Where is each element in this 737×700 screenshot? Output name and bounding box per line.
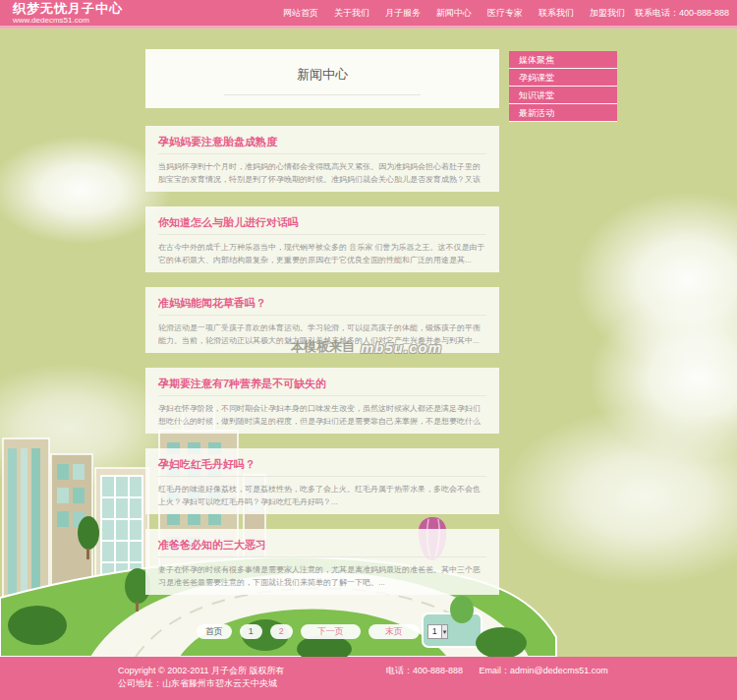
page-select[interactable]: 1 ▾: [427, 624, 449, 639]
nav-item-home[interactable]: 网站首页: [283, 7, 318, 20]
news-item-excerpt: 在古今中外的成千上万种乐器当中，现代钢琴被众多的 音乐家 们誉为乐器之王。这不仅…: [158, 241, 486, 266]
site-logo[interactable]: 织梦无忧月子中心 www.dedecms51.com: [13, 2, 123, 25]
pagination-page-1[interactable]: 1: [240, 624, 262, 639]
news-item: 孕妈妈要注意胎盘成熟度 当妈妈怀孕到十个月时，准妈妈的心情都会变得既高兴又紧张。…: [145, 126, 499, 192]
page-title: 新闻中心: [145, 66, 499, 84]
chevron-down-icon: ▾: [441, 625, 448, 638]
news-item: 准爸爸必知的三大恶习 妻子在怀孕的时候有很多事情是需要家人注意的，尤其是离准妈妈…: [145, 529, 499, 595]
sidebar-item-knowledge[interactable]: 知识讲堂: [509, 87, 617, 104]
news-item-title[interactable]: 准爸爸必知的三大恶习: [158, 539, 486, 551]
main-nav: 网站首页 关于我们 月子服务 新闻中心 医疗专家 联系我们 加盟我们: [283, 0, 625, 26]
news-item-divider: [158, 395, 486, 396]
nav-item-experts[interactable]: 医疗专家: [487, 7, 523, 20]
pagination: 首页 1 2 下一页 末页 1 ▾: [145, 622, 499, 640]
nav-item-join[interactable]: 加盟我们: [590, 7, 625, 20]
page-select-value: 1: [428, 626, 441, 637]
watermark-logo: mb5u.com: [361, 339, 442, 356]
site-logo-url: www.dedecms51.com: [13, 16, 123, 25]
nav-item-services[interactable]: 月子服务: [385, 7, 421, 20]
watermark-text: 本模板来自: [291, 338, 355, 356]
footer-copyright: Copyright © 2002-2011 月子会所 版权所有: [118, 665, 285, 677]
news-item-divider: [158, 476, 486, 477]
footer-address: 公司地址：山东省滕州市碧水云天中央城: [118, 677, 285, 690]
pagination-page-2[interactable]: 2: [270, 624, 293, 639]
sidebar-item-mom-class[interactable]: 孕妈课堂: [509, 69, 617, 87]
template-watermark: 本模板来自 mb5u.com: [291, 338, 442, 356]
news-item-title[interactable]: 孕期要注意有7种营养是不可缺失的: [158, 378, 486, 389]
footer-phone: 电话：400-888-888: [386, 666, 463, 675]
news-item: 你知道怎么与胎儿进行对话吗 在古今中外的成千上万种乐器当中，现代钢琴被众多的 音…: [145, 206, 499, 272]
sidebar-item-activities[interactable]: 最新活动: [509, 104, 617, 122]
page: 织梦无忧月子中心 www.dedecms51.com 网站首页 关于我们 月子服…: [0, 0, 737, 700]
news-item-excerpt: 红毛丹的味道好像荔枝，可是荔枝性热，吃多了会上火。红毛丹属于热带水果，多吃会不会…: [158, 483, 486, 508]
footer-left: Copyright © 2002-2011 月子会所 版权所有 公司地址：山东省…: [118, 665, 285, 690]
title-divider: [224, 94, 421, 95]
news-item-excerpt: 孕妇在怀孕阶段，不同时期会让孕妇本身的口味发生改变，虽然这时候家人都还是满足孕妇…: [158, 402, 486, 428]
news-item-excerpt: 妻子在怀孕的时候有很多事情是需要家人注意的，尤其是离准妈妈最近的准爸爸。其中三个…: [158, 563, 486, 589]
pagination-next[interactable]: 下一页: [301, 624, 361, 639]
news-item: 孕妇吃红毛丹好吗？ 红毛丹的味道好像荔枝，可是荔枝性热，吃多了会上火。红毛丹属于…: [145, 448, 499, 514]
sidebar: 媒体聚焦 孕妈课堂 知识讲堂 最新活动: [509, 51, 617, 122]
pagination-last[interactable]: 末页: [368, 624, 420, 639]
news-item-title[interactable]: 孕妇吃红毛丹好吗？: [158, 458, 486, 470]
sidebar-item-media[interactable]: 媒体聚焦: [509, 51, 617, 69]
news-item-title[interactable]: 你知道怎么与胎儿进行对话吗: [158, 216, 486, 228]
news-item-divider: [158, 556, 486, 557]
nav-item-news[interactable]: 新闻中心: [436, 7, 472, 20]
footer-email: Email：admin@dedecms51.com: [480, 666, 608, 675]
news-item: 孕期要注意有7种营养是不可缺失的 孕妇在怀孕阶段，不同时期会让孕妇本身的口味发生…: [145, 368, 499, 434]
footer-right: 电话：400-888-888 Email：admin@dedecms51.com: [386, 665, 608, 677]
nav-item-contact[interactable]: 联系我们: [539, 7, 574, 20]
pagination-first[interactable]: 首页: [197, 624, 232, 639]
news-item-excerpt: 当妈妈怀孕到十个月时，准妈妈的心情都会变得既高兴又紧张。因为准妈妈会担心着肚子里…: [158, 160, 486, 186]
header-strip: [0, 26, 737, 29]
site-logo-title: 织梦无忧月子中心: [13, 2, 123, 16]
news-list: 孕妈妈要注意胎盘成熟度 当妈妈怀孕到十个月时，准妈妈的心情都会变得既高兴又紧张。…: [145, 126, 499, 640]
news-item-divider: [158, 315, 486, 316]
news-item-title[interactable]: 准妈妈能闻花草香吗？: [158, 297, 486, 309]
news-item-divider: [158, 153, 486, 154]
news-item-title[interactable]: 孕妈妈要注意胎盘成熟度: [158, 136, 486, 147]
page-title-box: 新闻中心: [145, 49, 499, 108]
header-phone: 联系电话：400-888-888: [635, 0, 729, 26]
site-header: 织梦无忧月子中心 www.dedecms51.com 网站首页 关于我们 月子服…: [0, 0, 737, 26]
news-item-divider: [158, 234, 486, 235]
nav-item-about[interactable]: 关于我们: [334, 7, 369, 20]
site-footer: Copyright © 2002-2011 月子会所 版权所有 公司地址：山东省…: [0, 657, 737, 700]
